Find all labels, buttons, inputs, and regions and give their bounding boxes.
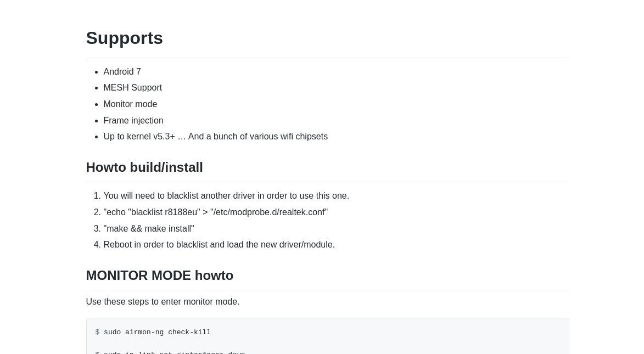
howto-build-list: You will need to blacklist another drive… [86,189,569,251]
code-line: $ sudo ip link set <interface> down [96,350,560,354]
list-item: Frame injection [104,114,569,128]
list-item: MESH Support [104,81,569,95]
code-line: $ sudo airmon-ng check-kill [96,327,560,339]
main-container: Supports Android 7MESH SupportMonitor mo… [53,0,591,354]
list-item: "make && make install" [104,222,569,236]
list-item: You will need to blacklist another drive… [104,189,569,203]
monitor-mode-code-block: $ sudo airmon-ng check-kill$ sudo ip lin… [86,318,569,354]
list-item: "echo "blacklist r8188eu" > "/etc/modpro… [104,205,569,220]
monitor-mode-intro: Use these steps to enter monitor mode. [86,295,569,309]
supports-list: Android 7MESH SupportMonitor modeFrame i… [86,65,569,144]
howto-build-section: Howto build/install You will need to bla… [86,157,569,252]
howto-build-heading: Howto build/install [86,157,569,183]
monitor-mode-heading: MONITOR MODE howto [86,265,569,291]
list-item: Android 7 [104,65,569,79]
supports-heading: Supports [86,24,569,58]
monitor-mode-section: MONITOR MODE howto Use these steps to en… [86,265,569,354]
list-item: Up to kernel v5.3+ … And a bunch of vari… [104,130,569,144]
supports-section: Supports Android 7MESH SupportMonitor mo… [86,24,569,144]
list-item: Reboot in order to blacklist and load th… [104,238,569,252]
list-item: Monitor mode [104,97,569,111]
